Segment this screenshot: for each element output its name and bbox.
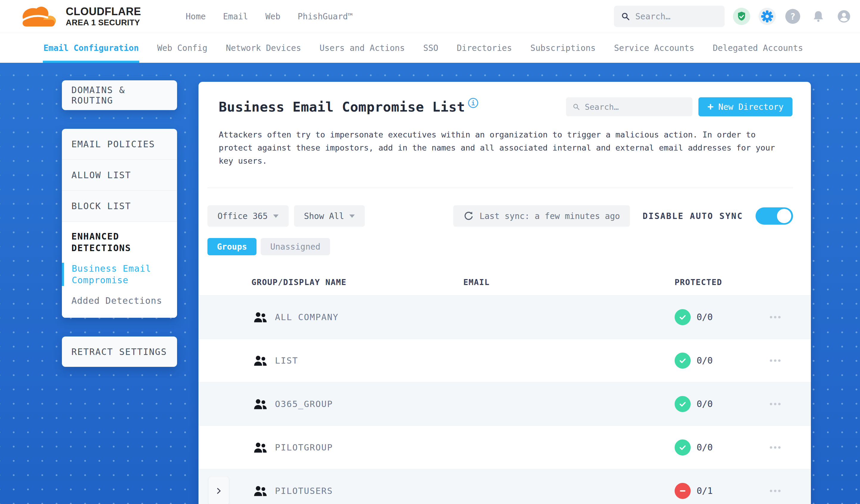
main-panel: Business Email Compromise List i + New D… xyxy=(199,82,811,504)
protected-count: 0/0 xyxy=(697,442,713,452)
cloudflare-cloud-icon xyxy=(16,3,61,29)
help-button[interactable]: ? xyxy=(784,8,801,25)
group-name: ALL COMPANY xyxy=(275,312,339,322)
protected-check-badge xyxy=(675,352,691,369)
tab-groups[interactable]: Groups xyxy=(207,238,257,255)
subnav-tab[interactable]: Subscriptions xyxy=(530,33,596,63)
check-icon xyxy=(678,400,687,408)
group-name: PILOTGROUP xyxy=(275,443,333,452)
subnav-tab[interactable]: Web Config xyxy=(157,33,207,63)
last-sync-button[interactable]: Last sync: a few minutes ago xyxy=(453,205,630,227)
subnav-tab[interactable]: Email Configuration xyxy=(43,33,139,63)
sidebar-section-enhanced-detections: ENHANCED DETECTIONS Business Email Compr… xyxy=(62,222,177,318)
chevron-down-icon xyxy=(273,215,278,218)
new-directory-button[interactable]: + New Directory xyxy=(699,97,792,116)
top-bar: CLOUDFLARE AREA 1 SECURITY HomeEmailWebP… xyxy=(0,0,860,33)
user-icon xyxy=(836,9,851,24)
subnav-tab[interactable]: Delegated Accounts xyxy=(713,33,803,63)
provider-dropdown[interactable]: Office 365 xyxy=(207,205,289,227)
search-icon xyxy=(573,103,580,111)
auto-sync-toggle[interactable] xyxy=(756,207,793,225)
page-title: Business Email Compromise List xyxy=(219,99,465,115)
group-name: PILOTUSERS xyxy=(275,486,333,496)
bell-icon xyxy=(812,10,825,23)
group-name: LIST xyxy=(275,356,298,366)
settings-button[interactable] xyxy=(759,8,776,25)
minus-icon xyxy=(678,487,687,495)
row-menu-button[interactable] xyxy=(767,357,784,365)
group-icon xyxy=(254,355,267,366)
gear-icon xyxy=(759,8,776,25)
list-search xyxy=(566,97,692,116)
plus-icon: + xyxy=(707,101,713,112)
sidebar-item-domains-routing[interactable]: DOMAINS & ROUTING xyxy=(62,80,177,110)
sidebar-label: DOMAINS & ROUTING xyxy=(71,85,168,106)
column-header-email: EMAIL xyxy=(463,277,675,287)
brand-name: CLOUDFLARE xyxy=(66,6,141,17)
row-menu-button[interactable] xyxy=(767,487,784,495)
search-icon xyxy=(621,12,630,21)
group-icon xyxy=(254,311,267,323)
chevron-right-icon xyxy=(215,487,223,495)
check-icon xyxy=(678,443,687,452)
subnav-tab[interactable]: Service Accounts xyxy=(614,33,694,63)
section-nav: Email ConfigurationWeb ConfigNetwork Dev… xyxy=(0,33,860,63)
topnav-link[interactable]: Email xyxy=(223,12,248,21)
topnav-link[interactable]: Web xyxy=(266,12,281,21)
sidebar-item-retract-settings[interactable]: RETRACT SETTINGS xyxy=(62,336,177,367)
sync-icon xyxy=(463,211,474,221)
column-header-protected: PROTECTED xyxy=(675,277,761,287)
sidebar-item-block-list[interactable]: BLOCK LIST xyxy=(62,191,177,222)
page: CLOUDFLARE AREA 1 SECURITY HomeEmailWebP… xyxy=(0,0,860,504)
group-icon xyxy=(254,485,267,497)
notifications-button[interactable] xyxy=(810,8,827,25)
protected-check-badge xyxy=(675,309,691,325)
column-header-group-display-name: GROUP/DISPLAY NAME xyxy=(243,277,463,287)
protected-blocked-badge xyxy=(675,483,691,499)
sidebar-policies-card: EMAIL POLICIES ALLOW LIST BLOCK LIST ENH… xyxy=(62,129,177,318)
row-menu-button[interactable] xyxy=(767,400,784,408)
brand[interactable]: CLOUDFLARE AREA 1 SECURITY xyxy=(16,3,141,29)
enhanced-detections-title: ENHANCED DETECTIONS xyxy=(71,231,168,254)
shield-check-icon xyxy=(733,8,750,25)
disable-auto-sync-label: DISABLE AUTO SYNC xyxy=(643,211,743,221)
top-right-cluster: ? xyxy=(614,6,852,27)
protected-count: 0/1 xyxy=(697,486,713,496)
content-area: DOMAINS & ROUTING EMAIL POLICIES ALLOW L… xyxy=(0,63,860,504)
subnav-tab[interactable]: SSO xyxy=(423,33,438,63)
account-button[interactable] xyxy=(835,8,852,25)
sidebar-item-email-policies[interactable]: EMAIL POLICIES xyxy=(62,129,177,160)
subnav-tab[interactable]: Directories xyxy=(457,33,512,63)
toggle-knob xyxy=(777,209,791,223)
global-search-input[interactable] xyxy=(635,12,717,21)
subnav-tab[interactable]: Network Devices xyxy=(226,33,301,63)
topnav-link[interactable]: Home xyxy=(186,12,206,21)
table-row: LIST 0/0 xyxy=(199,339,811,382)
sidebar-item-allow-list[interactable]: ALLOW LIST xyxy=(62,160,177,191)
table-header: GROUP/DISPLAY NAME EMAIL PROTECTED xyxy=(199,269,811,295)
group-icon xyxy=(254,398,267,410)
subnav-tab[interactable]: Users and Actions xyxy=(319,33,405,63)
protected-count: 0/0 xyxy=(697,312,713,322)
protected-count: 0/0 xyxy=(697,355,713,366)
protected-check-badge xyxy=(675,440,691,456)
groups-table: GROUP/DISPLAY NAME EMAIL PROTECTED ALL C… xyxy=(199,269,811,504)
show-filter-dropdown[interactable]: Show All xyxy=(294,205,365,227)
group-name: O365_GROUP xyxy=(275,399,333,409)
top-nav: HomeEmailWebPhishGuard™ xyxy=(186,12,353,21)
table-row: ALL COMPANY 0/0 xyxy=(199,295,811,339)
list-search-input[interactable] xyxy=(585,102,686,112)
info-icon[interactable]: i xyxy=(468,98,478,108)
chevron-down-icon xyxy=(349,215,355,218)
expand-row-button[interactable] xyxy=(209,477,229,504)
sidebar-item-added-detections[interactable]: Added Detections xyxy=(71,295,168,306)
new-directory-label: New Directory xyxy=(718,102,784,112)
sidebar-item-business-email-compromise[interactable]: Business Email Compromise xyxy=(62,263,168,286)
check-icon xyxy=(678,313,687,322)
row-menu-button[interactable] xyxy=(767,443,784,452)
security-status-button[interactable] xyxy=(733,8,750,25)
tab-unassigned[interactable]: Unassigned xyxy=(261,238,330,255)
row-menu-button[interactable] xyxy=(767,313,784,321)
table-row: PILOTUSERS 0/1 xyxy=(199,469,811,504)
topnav-link[interactable]: PhishGuard™ xyxy=(298,12,353,21)
